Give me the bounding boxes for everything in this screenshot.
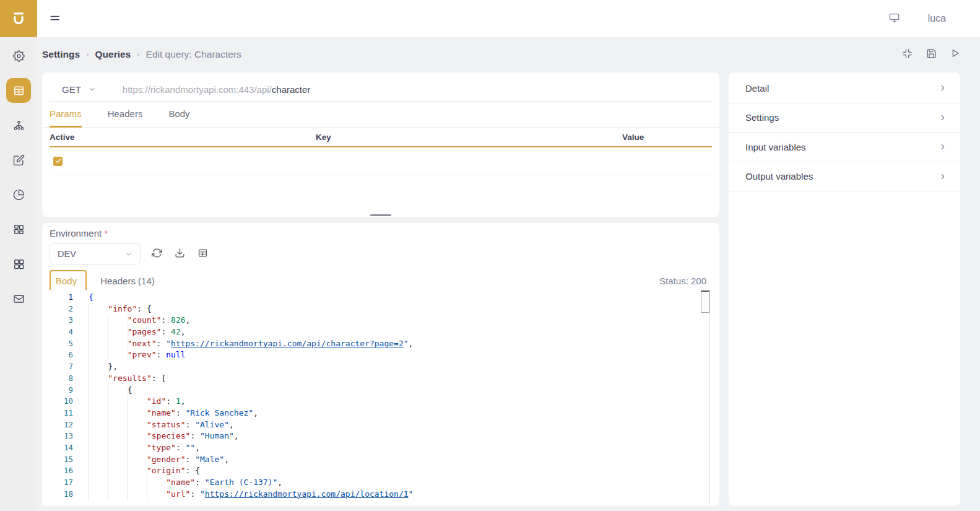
environment-select[interactable]: DEV bbox=[50, 243, 141, 264]
sidebar-item-mail[interactable] bbox=[6, 286, 31, 311]
grid-icon bbox=[13, 258, 25, 270]
environment-value: DEV bbox=[58, 249, 76, 259]
edit-icon bbox=[13, 154, 25, 166]
tab-response-headers[interactable]: Headers (14) bbox=[100, 276, 155, 286]
line-number: 9 bbox=[50, 385, 73, 396]
breadcrumb-item-settings[interactable]: Settings bbox=[42, 49, 80, 60]
line-number: 4 bbox=[50, 326, 73, 338]
request-tabs: ParamsHeadersBody bbox=[42, 102, 719, 128]
code-line: 13 "species": "Human", bbox=[50, 430, 709, 442]
line-number: 12 bbox=[50, 419, 73, 431]
save-icon[interactable] bbox=[926, 48, 937, 61]
breadcrumb-separator: › bbox=[86, 50, 89, 59]
json-url-link[interactable]: https://rickandmortyapi.com/api/characte… bbox=[171, 339, 404, 348]
required-asterisk: * bbox=[104, 228, 108, 238]
sidebar-item-table[interactable] bbox=[6, 78, 31, 103]
panel-resize-handle[interactable] bbox=[370, 214, 391, 216]
line-number: 3 bbox=[50, 315, 73, 326]
method-select[interactable]: GET bbox=[50, 84, 108, 95]
param-active-checkbox[interactable] bbox=[53, 157, 63, 166]
method-label: GET bbox=[62, 84, 81, 95]
accordion-item-output-variables[interactable]: Output variables bbox=[729, 162, 960, 192]
table-icon bbox=[13, 85, 25, 97]
response-editor[interactable]: 1{2 "info": {3 "count": 826,4 "pages": 4… bbox=[50, 290, 710, 506]
table-row bbox=[50, 147, 712, 175]
code-line: 4 "pages": 42, bbox=[50, 326, 709, 338]
url-prefix: https://rickandmortyapi.com:443/api/ bbox=[123, 84, 272, 95]
sidebar bbox=[0, 0, 37, 511]
chevron-down-icon bbox=[125, 250, 132, 258]
refresh-icon[interactable] bbox=[152, 248, 162, 260]
sidebar-item-gear[interactable] bbox=[6, 43, 31, 68]
tab-body[interactable]: Body bbox=[168, 102, 189, 128]
hierarchy-icon bbox=[13, 120, 25, 131]
environment-block: Environment * DEV bbox=[42, 223, 719, 264]
chevron-down-icon bbox=[89, 85, 96, 93]
line-number: 13 bbox=[50, 430, 73, 442]
code-line: 6 "prev": null bbox=[50, 349, 709, 361]
params-table-header: Active Key Value bbox=[50, 128, 712, 147]
breadcrumb-item-queries[interactable]: Queries bbox=[95, 49, 131, 60]
accordion-item-detail[interactable]: Detail bbox=[729, 74, 960, 103]
code-line: 14 "type": "", bbox=[50, 442, 709, 454]
line-number: 5 bbox=[50, 338, 73, 350]
status-badge: Status: 200 bbox=[659, 276, 706, 286]
params-table: Active Key Value bbox=[50, 128, 712, 175]
breadcrumb-actions bbox=[902, 48, 960, 61]
tab-headers[interactable]: Headers bbox=[108, 102, 143, 128]
chevron-right-icon bbox=[939, 113, 947, 122]
tab-params[interactable]: Params bbox=[50, 102, 82, 128]
line-number: 15 bbox=[50, 454, 73, 466]
code-line: 5 "next": "https://rickandmortyapi.com/a… bbox=[50, 338, 709, 350]
line-number: 11 bbox=[50, 408, 73, 419]
code-line: 2 "info": { bbox=[50, 304, 709, 315]
compress-icon[interactable] bbox=[902, 48, 913, 61]
column-value: Value bbox=[622, 133, 712, 142]
query-settings-panel: DetailSettingsInput variablesOutput vari… bbox=[729, 72, 960, 506]
table-icon[interactable] bbox=[197, 248, 208, 260]
code-line: 1{ bbox=[50, 292, 709, 304]
code-line: 9 { bbox=[50, 385, 709, 396]
line-number: 17 bbox=[50, 477, 73, 489]
sidebar-item-grid[interactable] bbox=[6, 251, 31, 276]
logo-u-icon bbox=[9, 9, 28, 28]
editor-scrollbar[interactable] bbox=[701, 290, 709, 313]
content: GET https://rickandmortyapi.com:443/api/… bbox=[37, 71, 980, 511]
user-menu[interactable]: luca bbox=[928, 13, 946, 24]
download-icon[interactable] bbox=[175, 248, 185, 260]
layout-icon bbox=[13, 224, 25, 235]
tab-response-body[interactable]: Body bbox=[50, 270, 87, 292]
monitor-icon[interactable] bbox=[888, 12, 900, 25]
line-number: 1 bbox=[50, 292, 73, 304]
line-number: 18 bbox=[50, 489, 73, 500]
accordion-item-input-variables[interactable]: Input variables bbox=[729, 133, 960, 162]
line-number: 16 bbox=[50, 465, 73, 477]
request-row: GET https://rickandmortyapi.com:443/api/… bbox=[50, 77, 712, 102]
request-card: GET https://rickandmortyapi.com:443/api/… bbox=[42, 72, 719, 217]
sidebar-item-layout[interactable] bbox=[6, 217, 31, 242]
line-number: 7 bbox=[50, 361, 73, 373]
line-number: 8 bbox=[50, 373, 73, 385]
accordion-item-settings[interactable]: Settings bbox=[729, 103, 960, 133]
code-line: 8 "results": [ bbox=[50, 373, 709, 385]
pie-chart-icon bbox=[13, 189, 25, 201]
query-editor-column: GET https://rickandmortyapi.com:443/api/… bbox=[42, 72, 719, 506]
run-icon[interactable] bbox=[950, 48, 960, 60]
sidebar-item-hierarchy[interactable] bbox=[6, 113, 31, 138]
json-url-link[interactable]: https://rickandmortyapi.com/api/location… bbox=[205, 489, 409, 499]
chevron-right-icon bbox=[939, 172, 947, 181]
sidebar-item-edit[interactable] bbox=[6, 147, 31, 172]
code-line: 10 "id": 1, bbox=[50, 396, 709, 408]
code-line: 7 }, bbox=[50, 361, 709, 373]
sidebar-item-pie-chart[interactable] bbox=[6, 182, 31, 207]
code-line: 17 "name": "Earth (C-137)", bbox=[50, 477, 709, 489]
breadcrumb: Settings›Queries›Edit query: Characters bbox=[42, 49, 241, 60]
code-line: 18 "url": "https://rickandmortyapi.com/a… bbox=[50, 489, 709, 500]
hamburger-icon[interactable] bbox=[50, 12, 61, 25]
url-suffix: character bbox=[272, 84, 311, 95]
environment-row: DEV bbox=[50, 243, 712, 264]
accordion-label: Settings bbox=[745, 112, 779, 123]
app-logo[interactable] bbox=[0, 0, 37, 37]
code-line: 15 "gender": "Male", bbox=[50, 454, 709, 466]
url-input[interactable]: https://rickandmortyapi.com:443/api/char… bbox=[108, 84, 712, 95]
